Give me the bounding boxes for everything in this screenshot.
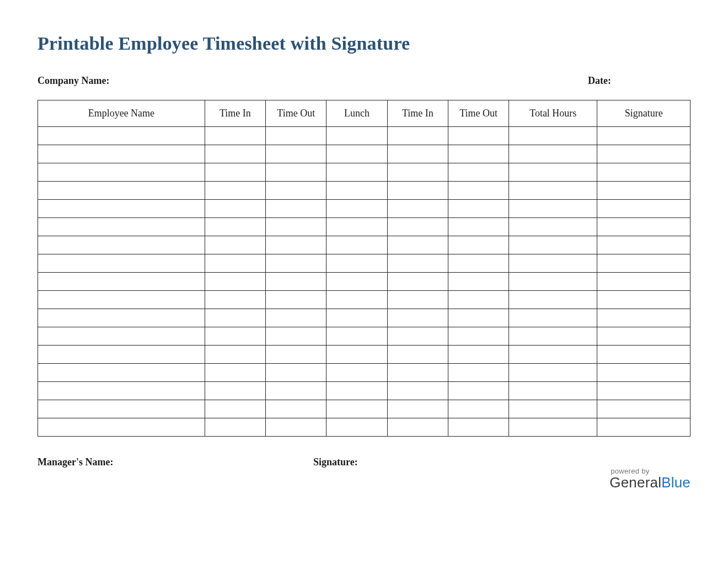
table-cell[interactable] <box>205 291 265 309</box>
table-cell[interactable] <box>326 127 387 145</box>
table-cell[interactable] <box>266 218 326 236</box>
table-cell[interactable] <box>326 400 387 418</box>
table-cell[interactable] <box>448 327 508 346</box>
table-cell[interactable] <box>387 200 448 218</box>
table-cell[interactable] <box>387 309 448 327</box>
table-cell[interactable] <box>597 145 690 163</box>
table-cell[interactable] <box>326 254 387 273</box>
table-cell[interactable] <box>266 236 326 254</box>
table-cell[interactable] <box>266 145 326 163</box>
table-cell[interactable] <box>448 218 508 236</box>
table-cell[interactable] <box>597 346 690 364</box>
table-cell[interactable] <box>387 291 448 309</box>
table-cell[interactable] <box>597 327 690 346</box>
table-cell[interactable] <box>38 145 205 163</box>
table-cell[interactable] <box>205 364 265 382</box>
table-cell[interactable] <box>326 418 387 437</box>
table-cell[interactable] <box>266 200 326 218</box>
table-cell[interactable] <box>205 127 265 145</box>
table-cell[interactable] <box>387 382 448 400</box>
table-cell[interactable] <box>597 236 690 254</box>
table-cell[interactable] <box>38 346 205 364</box>
table-cell[interactable] <box>38 218 205 236</box>
table-cell[interactable] <box>387 127 448 145</box>
table-cell[interactable] <box>448 236 508 254</box>
table-cell[interactable] <box>38 400 205 418</box>
table-cell[interactable] <box>326 346 387 364</box>
table-cell[interactable] <box>448 291 508 309</box>
table-cell[interactable] <box>509 309 597 327</box>
table-cell[interactable] <box>205 182 265 200</box>
table-cell[interactable] <box>509 346 597 364</box>
table-cell[interactable] <box>38 200 205 218</box>
table-cell[interactable] <box>509 236 597 254</box>
table-cell[interactable] <box>266 418 326 437</box>
table-cell[interactable] <box>597 182 690 200</box>
table-cell[interactable] <box>387 346 448 364</box>
table-cell[interactable] <box>38 291 205 309</box>
table-cell[interactable] <box>387 273 448 291</box>
table-cell[interactable] <box>387 400 448 418</box>
table-cell[interactable] <box>38 309 205 327</box>
table-cell[interactable] <box>509 418 597 437</box>
table-cell[interactable] <box>266 127 326 145</box>
table-cell[interactable] <box>326 218 387 236</box>
table-cell[interactable] <box>205 236 265 254</box>
table-cell[interactable] <box>597 400 690 418</box>
table-cell[interactable] <box>326 327 387 346</box>
table-cell[interactable] <box>205 309 265 327</box>
table-cell[interactable] <box>205 145 265 163</box>
table-cell[interactable] <box>266 327 326 346</box>
table-cell[interactable] <box>326 309 387 327</box>
table-cell[interactable] <box>38 418 205 437</box>
table-cell[interactable] <box>205 273 265 291</box>
table-cell[interactable] <box>597 200 690 218</box>
table-cell[interactable] <box>266 163 326 182</box>
table-cell[interactable] <box>597 291 690 309</box>
table-cell[interactable] <box>448 200 508 218</box>
table-cell[interactable] <box>266 400 326 418</box>
table-cell[interactable] <box>205 382 265 400</box>
table-cell[interactable] <box>509 364 597 382</box>
table-cell[interactable] <box>38 327 205 346</box>
table-cell[interactable] <box>387 364 448 382</box>
table-cell[interactable] <box>597 418 690 437</box>
table-cell[interactable] <box>205 327 265 346</box>
table-cell[interactable] <box>448 346 508 364</box>
table-cell[interactable] <box>326 163 387 182</box>
table-cell[interactable] <box>326 291 387 309</box>
table-cell[interactable] <box>509 400 597 418</box>
table-cell[interactable] <box>509 382 597 400</box>
table-cell[interactable] <box>597 309 690 327</box>
table-cell[interactable] <box>387 182 448 200</box>
table-cell[interactable] <box>597 127 690 145</box>
table-cell[interactable] <box>387 254 448 273</box>
table-cell[interactable] <box>266 346 326 364</box>
table-cell[interactable] <box>326 364 387 382</box>
table-cell[interactable] <box>448 145 508 163</box>
table-cell[interactable] <box>509 163 597 182</box>
table-cell[interactable] <box>205 254 265 273</box>
table-cell[interactable] <box>266 382 326 400</box>
table-cell[interactable] <box>266 364 326 382</box>
table-cell[interactable] <box>326 145 387 163</box>
table-cell[interactable] <box>448 273 508 291</box>
table-cell[interactable] <box>448 364 508 382</box>
table-cell[interactable] <box>205 400 265 418</box>
table-cell[interactable] <box>266 254 326 273</box>
table-cell[interactable] <box>448 254 508 273</box>
table-cell[interactable] <box>38 382 205 400</box>
table-cell[interactable] <box>38 163 205 182</box>
table-cell[interactable] <box>387 218 448 236</box>
table-cell[interactable] <box>597 218 690 236</box>
table-cell[interactable] <box>387 327 448 346</box>
table-cell[interactable] <box>597 382 690 400</box>
table-cell[interactable] <box>509 291 597 309</box>
table-cell[interactable] <box>448 163 508 182</box>
table-cell[interactable] <box>205 218 265 236</box>
table-cell[interactable] <box>387 145 448 163</box>
table-cell[interactable] <box>387 418 448 437</box>
table-cell[interactable] <box>509 218 597 236</box>
table-cell[interactable] <box>326 236 387 254</box>
table-cell[interactable] <box>597 273 690 291</box>
